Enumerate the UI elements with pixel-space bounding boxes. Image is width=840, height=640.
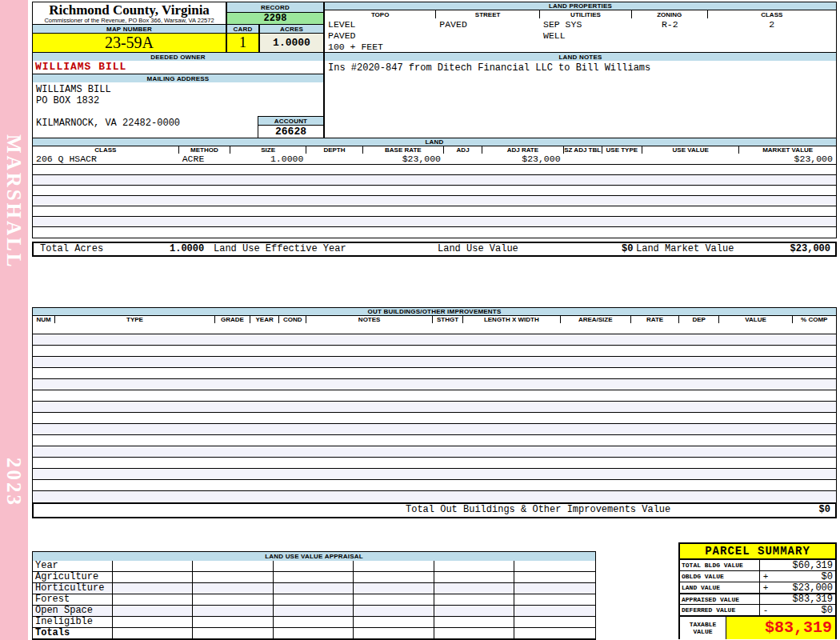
land-column-header: CLASS — [33, 146, 179, 154]
land-body: 206 Q HSACRACRE1.0000$23,000$23,000$23,0… — [32, 154, 837, 238]
outbuildings-body — [32, 323, 837, 502]
parcel-summary-row-value: $60,319 — [771, 560, 835, 571]
land-use-cell — [274, 606, 354, 617]
land-use-cell — [434, 583, 515, 594]
land-use-cell — [514, 561, 595, 572]
land-use-cell — [514, 628, 595, 639]
land-use-row: Ineligible — [33, 617, 595, 628]
land-column-header: SIZE — [230, 146, 306, 154]
outbuildings-empty-row — [33, 458, 836, 469]
land-use-row: Agriculture — [33, 572, 595, 583]
land-use-cell — [193, 594, 274, 606]
land-use-cell — [354, 628, 434, 639]
land-properties-value: SEP SYS — [540, 19, 632, 30]
parcel-summary-row: DEFERRED VALUE-$0 — [680, 605, 835, 616]
parcel-summary-row-label: LAND VALUE — [680, 582, 760, 593]
land-column-header: USE TYPE — [602, 146, 642, 154]
outbuildings-empty-row — [33, 357, 836, 368]
land-use-cell — [274, 561, 354, 572]
land-properties-value — [540, 42, 632, 53]
land-cell — [564, 154, 602, 164]
parcel-summary-row-op: + — [760, 572, 771, 582]
land-properties-values: LEVELPAVEDSEP SYSR-22PAVEDWELL100 + FEET — [324, 18, 837, 53]
land-cell: $23,000 — [739, 154, 835, 164]
land-use-row-label: Year — [33, 561, 113, 572]
land-use-row: Forest — [33, 594, 595, 606]
parcel-summary-rows: TOTAL BLDG VALUE$60,319OBLDG VALUE+$0LAN… — [680, 560, 835, 616]
land-use-cell — [193, 583, 274, 594]
land-use-cell — [354, 606, 434, 617]
land-use-cell — [193, 628, 274, 639]
outbuildings-empty-row — [33, 446, 836, 458]
land-use-cell — [113, 594, 194, 606]
sidebar-strip: MARSHALL 2023 — [0, 0, 28, 640]
land-use-cell — [113, 583, 194, 594]
land-properties-value — [632, 30, 708, 42]
outbuildings-empty-row — [33, 323, 836, 334]
deeded-owner-value: WILLIAMS BILL — [32, 61, 324, 74]
outbuildings-totals-row: Total Out Buildings & Other Improvements… — [32, 502, 837, 518]
outbuildings-column-header: GRADE — [215, 316, 250, 323]
outbuildings-column-header: DEP — [679, 316, 719, 323]
parcel-summary-row: TOTAL BLDG VALUE$60,319 — [680, 560, 835, 571]
land-use-value-label: Land Use Value — [438, 243, 518, 255]
land-column-header: METHOD — [179, 146, 230, 154]
land-cell — [306, 154, 362, 164]
land-data-row: 206 Q HSACRACRE1.0000$23,000$23,000$23,0… — [33, 154, 836, 165]
total-acres-value: 1.0000 — [170, 243, 204, 255]
land-use-row-label: Open Space — [33, 606, 113, 617]
year-watermark: 2023 — [2, 458, 25, 507]
land-empty-row — [33, 196, 836, 206]
land-cell: 206 Q HSACR — [33, 154, 179, 164]
land-use-cell — [193, 617, 274, 628]
outbuildings-empty-row — [33, 480, 836, 491]
land-use-cell — [514, 594, 595, 606]
land-use-cell — [193, 606, 274, 617]
land-column-header: BASE RATE — [363, 146, 444, 154]
land-properties-column-header: TOPO — [325, 10, 436, 18]
land-properties-value: PAVED — [325, 30, 436, 42]
land-cell — [602, 154, 642, 164]
outbuildings-column-header: LENGTH X WIDTH — [463, 316, 560, 323]
land-cell — [642, 154, 739, 164]
record-box: RECORD 2298 — [226, 2, 324, 25]
land-use-rows: YearAgricultureHorticultureForestOpen Sp… — [32, 561, 596, 640]
land-empty-row — [33, 165, 836, 175]
acres-value: 1.0000 — [259, 33, 324, 53]
land-cell: $23,000 — [363, 154, 444, 164]
county-subtitle: Commissioner of the Revenue, PO Box 366,… — [33, 18, 226, 24]
land-use-cell — [434, 628, 515, 639]
land-use-cell — [434, 617, 515, 628]
parcel-summary-row-label: OBLDG VALUE — [680, 571, 760, 582]
outbuildings-column-header: AREA/SIZE — [561, 316, 631, 323]
outbuildings-empty-row — [33, 413, 836, 424]
land-totals-row: Total Acres 1.0000 Land Use Effective Ye… — [32, 242, 837, 257]
land-use-row-label: Forest — [33, 594, 113, 606]
land-use-cell — [434, 606, 515, 617]
land-column-header: USE VALUE — [642, 146, 739, 154]
parcel-summary-row-op: - — [760, 606, 771, 615]
land-notes-text: Ins #2020-847 from Ditech Financial LLC … — [324, 61, 837, 138]
outbuildings-column-header: COND — [279, 316, 306, 323]
parcel-summary-row-label: TOTAL BLDG VALUE — [680, 560, 760, 570]
county-title: Richmond County, Virginia — [33, 2, 226, 18]
taxable-value: $83,319 — [726, 617, 835, 639]
outbuildings-empty-row — [33, 402, 836, 413]
land-cell: ACRE — [179, 154, 230, 164]
land-properties-value: 100 + FEET — [325, 42, 436, 53]
outbuildings-column-header: NOTES — [306, 316, 433, 323]
land-use-cell — [434, 572, 515, 583]
parcel-summary-row-value: $23,000 — [771, 582, 835, 594]
land-use-cell — [514, 606, 595, 617]
parcel-summary-row-value: $83,319 — [771, 594, 835, 605]
outbuildings-column-header: TYPE — [55, 316, 215, 323]
parcel-summary-row: LAND VALUE+$23,000 — [680, 582, 835, 594]
parcel-summary-title: PARCEL SUMMARY — [680, 544, 835, 560]
land-use-cell — [193, 561, 274, 572]
outbuildings-total-value: $0 — [819, 504, 830, 516]
account-box: ACCOUNT 26628 — [258, 116, 324, 138]
taxable-value-label: TAXABLE VALUE — [680, 617, 726, 639]
land-properties-column-header: UTILITIES — [540, 10, 632, 18]
land-use-cell — [354, 561, 434, 572]
land-cell: 1.0000 — [230, 154, 306, 164]
